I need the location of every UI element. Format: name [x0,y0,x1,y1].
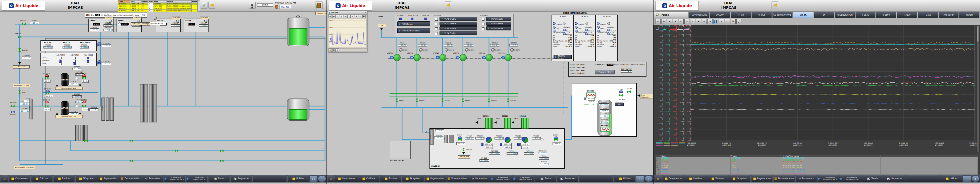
taskbar-compressors[interactable]: Compressors [336,176,357,182]
date-range-icon[interactable]: ▤ [329,15,332,18]
valve[interactable] [84,139,88,142]
taskbar-documentation[interactable]: Documentation [773,176,795,182]
valve-EV4300[interactable] [18,48,21,52]
taskbar-trends[interactable]: Trends [535,176,557,182]
home-button[interactable]: ⌂ [654,176,662,182]
vlp5-available-checkbox[interactable] [482,18,484,21]
taskbar-parameters[interactable]: ⚙Parameters [142,176,164,182]
pvps-reset-button[interactable]: ▶PVPS Reset [397,21,430,26]
window-button[interactable]: ▢ [309,176,317,182]
taskbar-commands-cb[interactable]: Commands Sequences CB [840,176,861,182]
legend-row[interactable]: 9ST359015904/29/2025 12:53:28 PM [656,167,978,169]
taskbar-compressors[interactable]: Compressors [9,176,31,182]
trend-legend-table[interactable]: NameY valueX value/time stamp 4CV3482100… [655,155,978,175]
cv3520-actuator[interactable] [45,74,49,77]
taskbar-commands-cb[interactable]: Commands Sequences CB [513,176,535,182]
taskbar-turbines[interactable]: Turbines [707,176,729,182]
step-icon[interactable]: ⏭ [332,15,336,18]
regeneration-skid-label[interactable]: Regeneration skid [13,84,30,87]
pump-icon[interactable] [414,54,421,61]
taskbar-commands-cb[interactable]: Commands Sequences CB [186,176,208,182]
legend-row[interactable]: 8ST357019934/29/2025 12:52:49 PM [656,165,978,167]
zoom-in-icon[interactable]: ⊕ [340,15,343,18]
adsorber-A3510[interactable]: A3510 [61,101,69,115]
vlp4-enable-button[interactable]: ✔VLP4 Enable [439,31,477,35]
taskbar-parameters[interactable]: ⚙Parameters [795,176,817,182]
storage-vessel[interactable] [287,18,309,46]
valve-XV2361[interactable] [488,99,490,102]
cc3210-impeller[interactable] [522,137,528,143]
pump-icon[interactable] [486,54,493,61]
ami-button[interactable]: AMI [615,102,624,106]
tab-t3560[interactable]: T 3560 [876,12,896,18]
cc3230-impeller[interactable] [486,137,492,143]
legend-row[interactable]: 6ST353020034/29/2025 12:53:10 PM [656,161,978,163]
vlp7-enable-button[interactable]: ✔VLP7 Enable [486,26,511,30]
adsorber-A3520[interactable]: A3520 [61,74,69,86]
taskbar-utilities[interactable]: Utilities [287,176,309,182]
valve-HIV4230[interactable] [462,148,465,151]
close-icon[interactable]: ✕ [364,12,366,14]
turbines-nav-chip[interactable]: Turbines [133,17,142,19]
pump-icon[interactable] [505,54,512,61]
vlp2-enable-button[interactable]: ✔VLP2 Enable [439,22,477,26]
y-axis-Speed[interactable]: Speed [670,27,677,30]
regeneration-skid-label[interactable]: Regeneration skid [55,115,83,118]
y-axis-P bis[interactable]: P bis [684,27,689,30]
heater-EH3287-icon[interactable] [600,127,610,132]
tab-t3590[interactable]: T 3590 [918,12,938,18]
valve-XV2371[interactable] [507,99,509,102]
taskbar-cold-box[interactable]: Cold box [358,176,380,182]
valve-XV2321[interactable] [396,99,398,102]
setpoint-value[interactable]: 4.8 [95,14,100,16]
pan-icon[interactable]: ✛ [347,15,351,18]
cv3519-actuator[interactable] [83,101,86,103]
info-button[interactable]: i [972,176,980,182]
cold-compressor-machine[interactable] [504,118,511,129]
legend-row[interactable]: 11EH348467.00 [L]4/29/2025 12:53:06 PM [… [656,171,978,173]
taskbar-utilities[interactable]: Utilities [614,176,636,182]
turbines-nav-chip[interactable]: Turbines [105,17,113,19]
pump-icon[interactable] [460,54,467,61]
surges-ccs-button[interactable]: Surges CCs [595,70,614,74]
cv3529-actuator[interactable] [83,74,86,77]
cold-compressor-machine[interactable] [522,118,529,129]
valve-XV2331[interactable] [416,99,418,102]
cc3220-impeller[interactable] [504,137,511,143]
taskbar-utilities[interactable]: Utilities [941,176,963,182]
lp-cb-outlet-label[interactable]: LP CB outlet [458,155,470,158]
cv3510-actuator[interactable] [45,101,49,103]
popup-footer-toolbar[interactable]: 🔒▣≡ [328,48,367,52]
valve-CV3530[interactable] [97,44,101,46]
info-button[interactable]: i [645,176,653,182]
vlp1-available-checkbox[interactable] [435,18,438,21]
zoom-h-icon[interactable]: ⊗ [344,15,347,18]
from-subcooler-label[interactable]: From Subcooler [640,94,653,99]
tab-t3530[interactable]: T 3530 [856,12,876,18]
cv3488-actuator[interactable] [619,91,623,93]
taskbar-sequences[interactable]: Sequences [884,176,905,182]
taskbar-documentation[interactable]: Documentation [120,176,142,182]
grid-icon[interactable]: ▦ [355,15,358,18]
tab-regeneration[interactable]: REGENERATION [835,12,855,18]
valve-EV3468[interactable] [627,91,631,93]
vlp4-available-checkbox[interactable] [435,32,438,35]
taskbar-trends[interactable]: Trends [208,176,230,182]
taskbar-cold-box[interactable]: Cold box [31,176,53,182]
vlp3-available-checkbox[interactable] [435,27,438,30]
snapshot-icon[interactable]: ▣ [332,48,336,52]
cold-compressor-machine[interactable] [485,118,493,129]
valve-CV3229[interactable] [458,138,461,141]
regeneration-skid-label[interactable]: Regeneration skid [55,87,83,90]
storage-vessel[interactable] [287,99,309,121]
taskbar-cold-box[interactable]: Cold box [685,176,706,182]
legend-row[interactable]: 5LT530057.054/29/2025 12:53:21 PM [656,159,978,162]
zoom-out-icon[interactable]: ⊖ [336,15,339,18]
valve[interactable] [175,150,178,152]
valve-XV2341[interactable] [441,99,444,102]
valve-CV3488[interactable] [619,94,623,96]
vlp6-available-checkbox[interactable] [482,22,484,26]
popup-toolbar[interactable]: ▤⏭⊖⊕⊗✛⇕▦◔❚❚ [328,14,367,18]
y-axis-%[interactable]: % [663,27,666,30]
valve-XV4527[interactable] [18,91,21,94]
